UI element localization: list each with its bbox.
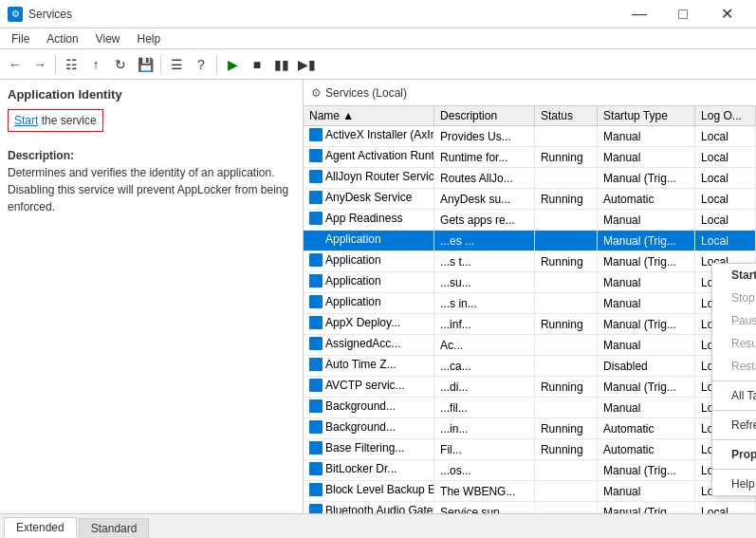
left-panel-title: Application Identity [8, 87, 295, 102]
properties-button[interactable]: ☰ [165, 53, 188, 76]
cell-name: Application [304, 272, 434, 293]
cell-startup: Manual [598, 481, 695, 502]
ctx-properties[interactable]: Properties [712, 443, 756, 466]
show-hide-tree-button[interactable]: ☷ [60, 53, 83, 76]
cell-status [534, 398, 597, 418]
col-log[interactable]: Log O... [695, 106, 756, 126]
table-row[interactable]: BitLocker Dr......os...Manual (Trig...Lo… [304, 460, 756, 481]
restart-service-button[interactable]: ▶▮ [295, 53, 318, 76]
cell-status: Running [534, 251, 597, 272]
table-row[interactable]: App ReadinessGets apps re...ManualLocal [304, 210, 756, 231]
menu-action[interactable]: Action [39, 30, 85, 47]
table-row[interactable]: Auto Time Z......ca...DisabledLocal [304, 356, 756, 377]
minimize-button[interactable]: — [618, 0, 661, 28]
cell-status [534, 210, 597, 231]
cell-status: Running [534, 189, 597, 210]
cell-startup: Automatic [598, 189, 695, 210]
tab-standard[interactable]: Standard [79, 518, 150, 538]
cell-description: ...su... [434, 272, 535, 293]
export-button[interactable]: 💾 [134, 53, 157, 76]
services-table-wrapper[interactable]: Name ▲ Description Status Startup Type L… [304, 106, 756, 513]
table-row[interactable]: Application...s t...RunningManual (Trig.… [304, 251, 756, 272]
cell-status [534, 335, 597, 356]
col-description[interactable]: Description [434, 106, 535, 126]
help-button[interactable]: ? [190, 53, 212, 76]
refresh-button[interactable]: ↻ [109, 53, 132, 76]
table-row[interactable]: Background......fil...ManualLocal [304, 398, 756, 418]
cell-status: Running [534, 377, 597, 398]
cell-name: AssignedAcc... [304, 335, 434, 356]
close-button[interactable]: ✕ [705, 0, 748, 28]
table-row[interactable]: AllJoyn Router ServiceRoutes AllJo...Man… [304, 168, 756, 189]
forward-button[interactable]: → [28, 53, 51, 76]
cell-description: AnyDesk su... [434, 189, 535, 210]
cell-description: ...os... [434, 460, 535, 481]
toolbar: ← → ☷ ↑ ↻ 💾 ☰ ? ▶ ■ ▮▮ ▶▮ [0, 49, 756, 80]
window-title: Services [28, 8, 72, 21]
cell-name: Application [304, 293, 434, 314]
ctx-sep-2 [712, 410, 756, 411]
cell-description: ...inf... [434, 314, 535, 335]
cell-startup: Manual [598, 398, 695, 418]
cell-status [534, 126, 597, 147]
maximize-button[interactable]: □ [661, 0, 705, 28]
cell-description: The WBENG... [434, 481, 535, 502]
services-table: Name ▲ Description Status Startup Type L… [304, 106, 756, 513]
table-row[interactable]: AssignedAcc...Ac...ManualLocal [304, 335, 756, 356]
cell-startup: Automatic [598, 418, 695, 439]
cell-name: Background... [304, 398, 434, 418]
cell-log: Local [695, 126, 756, 147]
cell-description: ...s in... [434, 293, 535, 314]
cell-log: Local [695, 231, 756, 251]
menu-view[interactable]: View [88, 30, 128, 47]
ctx-sep-3 [712, 439, 756, 440]
table-row[interactable]: Background......in...RunningAutomaticLoc… [304, 418, 756, 439]
cell-log: Local [695, 502, 756, 514]
start-service-link[interactable]: Start [14, 114, 38, 127]
pause-service-button[interactable]: ▮▮ [270, 53, 293, 76]
cell-name: AnyDesk Service [304, 189, 434, 210]
table-row[interactable]: Base Filtering...Fil...RunningAutomaticL… [304, 439, 756, 460]
cell-status [534, 231, 597, 251]
cell-name: Auto Time Z... [304, 356, 434, 377]
back-button[interactable]: ← [4, 53, 27, 76]
table-row[interactable]: AnyDesk ServiceAnyDesk su...RunningAutom… [304, 189, 756, 210]
col-status[interactable]: Status [534, 106, 597, 126]
table-row[interactable]: Agent Activation Runtime...Runtime for..… [304, 147, 756, 168]
ctx-refresh[interactable]: Refresh [712, 414, 756, 436]
ctx-stop: Stop [712, 287, 756, 309]
col-startup[interactable]: Startup Type [598, 106, 695, 126]
cell-name: BitLocker Dr... [304, 460, 434, 481]
menu-file[interactable]: File [4, 30, 37, 47]
start-service-button[interactable]: ▶ [221, 53, 244, 76]
cell-description: Runtime for... [434, 147, 535, 168]
cell-status [534, 168, 597, 189]
table-row[interactable]: AppX Deploy......inf...RunningManual (Tr… [304, 314, 756, 335]
ctx-start[interactable]: Start [712, 264, 756, 287]
up-button[interactable]: ↑ [84, 53, 107, 76]
col-name[interactable]: Name ▲ [304, 106, 434, 126]
table-row[interactable]: Application...su...ManualLocal [304, 272, 756, 293]
services-tbody: ActiveX Installer (AxInstSV)Provides Us.… [304, 126, 756, 514]
cell-startup: Manual (Trig... [598, 168, 695, 189]
menu-help[interactable]: Help [130, 30, 169, 47]
cell-description: Provides Us... [434, 126, 535, 147]
table-row[interactable]: Bluetooth Audio Gateway S...Service sup.… [304, 502, 756, 514]
table-header: Name ▲ Description Status Startup Type L… [304, 106, 756, 126]
cell-status: Running [534, 314, 597, 335]
cell-description: ...ca... [434, 356, 535, 377]
table-row[interactable]: Block Level Backup Engine ...The WBENG..… [304, 481, 756, 502]
table-row[interactable]: ActiveX Installer (AxInstSV)Provides Us.… [304, 126, 756, 147]
address-text: Services (Local) [325, 86, 407, 100]
cell-log: Local [695, 147, 756, 168]
stop-service-button[interactable]: ■ [246, 53, 268, 76]
tab-bar: Extended Standard [0, 513, 756, 538]
table-row[interactable]: AVCTP servic......di...RunningManual (Tr… [304, 377, 756, 398]
table-row[interactable]: Application...s in...ManualLocal [304, 293, 756, 314]
tab-extended[interactable]: Extended [4, 517, 77, 538]
ctx-help[interactable]: Help [712, 473, 756, 495]
ctx-restart: Restart [712, 355, 756, 378]
ctx-all-tasks[interactable]: All Tasks ► [712, 384, 756, 407]
cell-status [534, 272, 597, 293]
table-row[interactable]: Application...es ...Manual (Trig...Local [304, 231, 756, 251]
